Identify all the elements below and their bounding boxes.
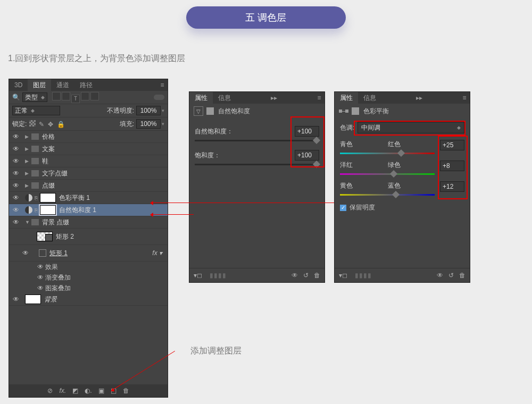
visibility-icon[interactable]: 👁 xyxy=(11,296,21,303)
expand-icon[interactable]: ▶ xyxy=(25,146,31,152)
vibrance-slider[interactable] xyxy=(195,140,319,141)
fx-badge[interactable]: fx ▾ xyxy=(152,249,165,257)
preserve-luminosity-label: 保留明度 xyxy=(350,204,375,211)
saturation-slider[interactable] xyxy=(195,164,319,165)
group-icon[interactable]: ▣ xyxy=(98,387,104,394)
magenta-green-value-input[interactable]: +8 xyxy=(440,161,464,171)
properties-header: ▽ 自然饱和度 xyxy=(189,104,325,119)
layer-thumbnail xyxy=(25,294,41,304)
magenta-green-slider[interactable] xyxy=(340,173,435,175)
yellow-blue-slider[interactable] xyxy=(340,194,435,196)
reset-icon[interactable]: ↺ xyxy=(448,272,454,279)
layer-adj-vibrance[interactable]: 👁⎘自然饱和度 1 xyxy=(9,204,168,216)
lock-icons[interactable]: ✎ ✥ 🔒 xyxy=(29,120,64,128)
layer-shape-rect1[interactable]: 👁矩形 1fx ▾ xyxy=(9,245,168,262)
visibility-icon[interactable]: 👁 xyxy=(36,262,45,272)
visibility-icon[interactable]: 👁 xyxy=(437,272,443,279)
reset-icon[interactable]: ↺ xyxy=(303,272,309,279)
visibility-icon[interactable]: 👁 xyxy=(21,249,30,257)
folder-icon xyxy=(31,133,39,140)
fill-input[interactable]: 100% xyxy=(136,119,161,129)
panel-tabs: 3D 图层 通道 路径 ≡ xyxy=(9,79,168,91)
delete-icon[interactable]: 🗑 xyxy=(123,387,129,394)
visibility-icon[interactable]: 👁 xyxy=(11,194,21,201)
panel-menu-icon[interactable]: ≡ xyxy=(314,92,325,104)
preserve-luminosity-row[interactable]: ✓保留明度 xyxy=(340,203,464,212)
tab-info[interactable]: 信息 xyxy=(358,92,381,104)
layer-group-deco[interactable]: 👁▶点缀 xyxy=(9,180,168,192)
saturation-value-input[interactable]: +100 xyxy=(295,150,319,161)
mask-icon[interactable]: ◩ xyxy=(72,387,78,394)
visibility-icon[interactable]: 👁 xyxy=(36,283,45,293)
cyan-red-slider[interactable] xyxy=(340,153,435,154)
vibrance-value-input[interactable]: +100 xyxy=(295,126,319,137)
layer-group-bgdeco[interactable]: 👁▼背景 点缀 xyxy=(9,216,168,229)
fx-pattern-overlay[interactable]: 👁图案叠加 xyxy=(9,283,168,293)
visibility-icon[interactable]: 👁 xyxy=(292,272,298,279)
link-layers-icon[interactable]: ⊘ xyxy=(47,387,53,394)
layer-group-textdeco[interactable]: 👁▶文字点缀 xyxy=(9,167,168,180)
filter-icons[interactable]: T xyxy=(52,92,99,103)
mask-icon[interactable] xyxy=(352,107,359,115)
visibility-icon[interactable]: 👁 xyxy=(11,218,21,226)
red-label: 红色 xyxy=(388,140,401,150)
visibility-icon[interactable]: 👁 xyxy=(11,145,21,153)
tab-layers[interactable]: 图层 xyxy=(28,79,51,91)
kind-select[interactable]: 类型◆ xyxy=(22,92,47,102)
saturation-label: 饱和度： xyxy=(195,151,220,160)
section-header: 五 调色层 xyxy=(186,6,346,29)
tone-row: 色调: 中间调◆ xyxy=(340,122,464,133)
visibility-icon[interactable]: 👁 xyxy=(11,182,21,189)
visibility-icon[interactable]: 👁 xyxy=(11,157,21,165)
lock-row: 锁定: ✎ ✥ 🔒 填充: 100% ▾ xyxy=(9,117,168,131)
collapse-icon[interactable]: ▸▸ xyxy=(414,92,425,104)
collapse-icon[interactable]: ▼ xyxy=(25,220,31,225)
vibrance-slider-row: 自然饱和度：+100 xyxy=(195,126,319,141)
tab-3d[interactable]: 3D xyxy=(9,79,28,91)
layer-shape-rect2[interactable]: 矩形 2 xyxy=(9,229,168,245)
layer-group-copy[interactable]: 👁▶文案 xyxy=(9,143,168,155)
tone-select[interactable]: 中间调◆ xyxy=(358,122,464,133)
delete-icon[interactable]: 🗑 xyxy=(314,272,320,279)
visibility-icon[interactable]: 👁 xyxy=(11,206,21,214)
panel-menu-icon[interactable]: ≡ xyxy=(157,79,168,91)
layer-group-price[interactable]: 👁▶价格 xyxy=(9,131,168,143)
cyan-label: 青色 xyxy=(340,140,353,150)
yellow-blue-value-input[interactable]: +12 xyxy=(440,181,464,192)
cyan-red-value-input[interactable]: +25 xyxy=(440,140,464,150)
tab-info[interactable]: 信息 xyxy=(213,92,236,104)
adjustment-layer-icon[interactable]: ◐. xyxy=(85,387,92,394)
blend-mode-select[interactable]: 正常◆ xyxy=(12,106,60,115)
layer-group-shoe[interactable]: 👁▶鞋 xyxy=(9,155,168,167)
panel-menu-icon[interactable]: ≡ xyxy=(459,92,470,104)
fx-icon[interactable]: fx. xyxy=(59,387,66,394)
expand-icon[interactable]: ▶ xyxy=(25,134,31,139)
visibility-icon[interactable]: 👁 xyxy=(11,170,21,177)
checkbox-checked-icon[interactable]: ✓ xyxy=(340,205,346,211)
layer-background[interactable]: 👁背景 xyxy=(9,293,168,306)
tab-channels[interactable]: 通道 xyxy=(51,79,74,91)
layers-footer: ⊘ fx. ◩ ◐. ▣ ◰ 🗑 xyxy=(9,384,168,397)
visibility-icon[interactable]: 👁 xyxy=(11,133,21,140)
mask-icon[interactable] xyxy=(206,107,214,115)
tab-properties[interactable]: 属性 xyxy=(335,92,358,104)
layer-adj-colorbalance[interactable]: 👁⎘色彩平衡 1 xyxy=(9,192,168,204)
delete-icon[interactable]: 🗑 xyxy=(459,272,466,279)
green-label: 绿色 xyxy=(388,161,401,171)
cyan-red-row: 青色红色+25 xyxy=(340,140,464,154)
visibility-icon[interactable]: 👁 xyxy=(36,272,45,283)
layer-list: 👁▶价格 👁▶文案 👁▶鞋 👁▶文字点缀 👁▶点缀 👁⎘色彩平衡 1 👁⎘自然饱… xyxy=(9,131,168,306)
expand-icon[interactable]: ▶ xyxy=(25,158,31,164)
collapse-icon[interactable]: ▸▸ xyxy=(269,92,279,104)
filter-toggle[interactable] xyxy=(154,95,164,100)
expand-icon[interactable]: ▶ xyxy=(25,171,31,176)
adjustment-icon xyxy=(25,194,32,201)
tab-properties[interactable]: 属性 xyxy=(189,92,213,104)
clip-icon[interactable]: ▾◻ xyxy=(339,272,347,279)
clip-icon[interactable]: ▾◻ xyxy=(194,272,202,279)
expand-icon[interactable]: ▶ xyxy=(25,183,31,188)
opacity-input[interactable]: 100% xyxy=(136,106,161,115)
tab-paths[interactable]: 路径 xyxy=(74,79,98,91)
fx-gradient-overlay[interactable]: 👁渐变叠加 xyxy=(9,272,168,283)
magenta-label: 洋红 xyxy=(340,161,353,171)
